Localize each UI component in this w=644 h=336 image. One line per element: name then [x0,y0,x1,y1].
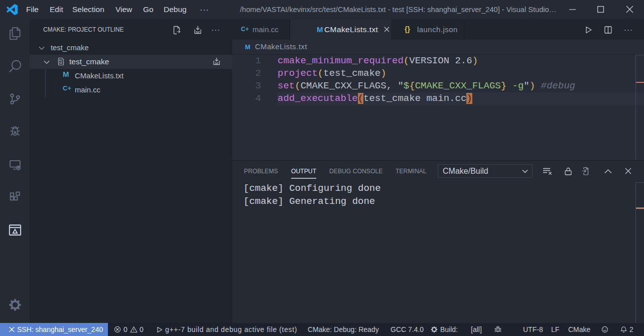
svg-text:10: 10 [59,62,62,65]
